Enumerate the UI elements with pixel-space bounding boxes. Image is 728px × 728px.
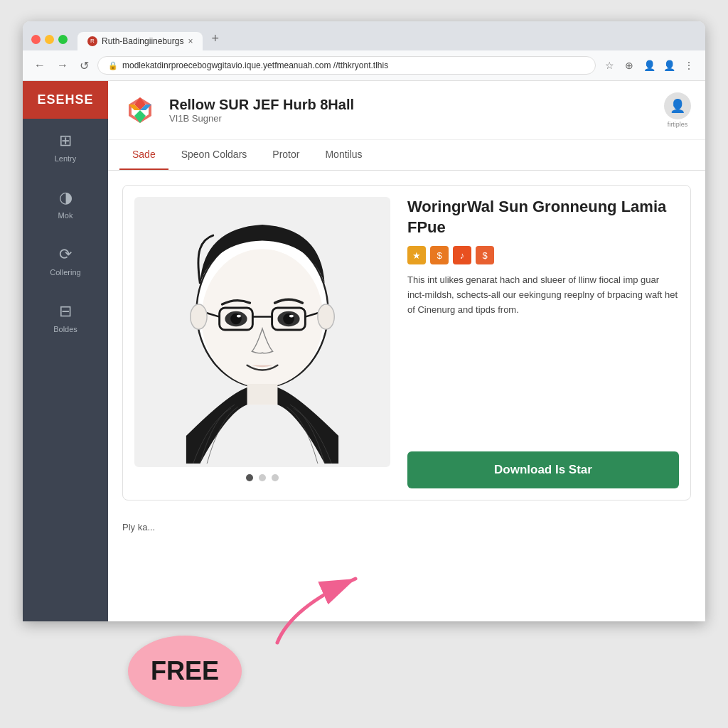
product-details: WoringrWal Sun Gronneung Lamia FPue ★ $ … [407,197,679,488]
product-rating: ★ $ ♪ $ [407,246,679,264]
tab-close-icon[interactable]: × [188,36,193,46]
tab-montilus[interactable]: Montilus [312,140,375,170]
svg-point-20 [191,304,207,329]
avatar-2[interactable]: 👤 [661,58,677,73]
mok-icon: ◑ [59,188,73,207]
new-tab-button[interactable]: + [205,28,225,49]
sidebar-item-lentry[interactable]: ⊞ Lentry [23,119,108,176]
app-info: Rellow SUR JEF Hurb 8Hall VI1B Sugner [169,97,354,124]
tabs-bar: Sade Speon Coldars Protor Montilus [108,140,705,171]
boldes-label: Boldes [53,325,77,333]
lentry-label: Lentry [55,154,77,163]
product-image [134,197,390,467]
sidebar-item-boldes[interactable]: ⊟ Boldes [23,289,108,346]
browser-window: R Ruth-Badingiineburgs × + ← → ↺ 🔒 modle… [23,21,705,621]
toolbar-icons: ☆ ⊕ 👤 👤 ⋮ [601,58,697,73]
product-image-container [134,197,390,488]
app-title: Rellow SUR JEF Hurb 8Hall [169,97,354,113]
account-label: firtiples [668,121,688,128]
badge-music: ♪ [453,246,471,264]
boldes-icon: ⊟ [59,302,72,321]
sidebar: ESEHSE ⊞ Lentry ◑ Mok ⟳ Collering ⊟ Bold… [23,81,108,621]
maximize-button[interactable] [58,35,68,44]
app-logo-svg [124,95,156,126]
sidebar-header: ESEHSE [23,81,108,119]
dot-3[interactable] [272,474,279,481]
app-header: Rellow SUR JEF Hurb 8Hall VI1B Sugner 👤 … [108,81,705,140]
mok-label: Mok [58,211,73,220]
sidebar-item-collering[interactable]: ⟳ Collering [23,232,108,289]
menu-icon[interactable]: ⋮ [681,58,697,73]
app-logo [122,92,158,128]
minimize-button[interactable] [45,35,54,44]
svg-point-16 [237,315,241,318]
title-bar: R Ruth-Badingiineburgs × + [23,21,705,50]
pink-arrow [263,564,377,650]
tab-favicon: R [87,36,97,46]
product-title: WoringrWal Sun Gronneung Lamia FPue [407,197,679,237]
tab-title: Ruth-Badingiineburgs [102,36,183,46]
badge-g: $ [476,246,494,264]
avatar-1[interactable]: 👤 [641,58,657,73]
window-controls [31,35,68,44]
close-button[interactable] [31,35,41,44]
address-text: modlekatdinrproecebogwgitavio.ique.yetfm… [122,60,388,70]
badge-dollar: $ [430,246,449,264]
active-tab[interactable]: R Ruth-Badingiineburgs × [77,32,203,50]
collering-label: Collering [50,268,80,277]
sidebar-item-mok[interactable]: ◑ Mok [23,176,108,232]
bookmark-icon[interactable]: ☆ [601,58,617,73]
app-subtitle: VI1B Sugner [169,113,354,124]
product-card: WoringrWal Sun Gronneung Lamia FPue ★ $ … [122,185,691,500]
address-input[interactable]: 🔒 modlekatdinrproecebogwgitavio.ique.yet… [97,56,596,75]
lock-icon: 🔒 [108,61,118,70]
tab-bar: R Ruth-Badingiineburgs × + [77,28,697,50]
dot-1[interactable] [246,474,253,481]
header-account[interactable]: 👤 firtiples [664,92,691,128]
portrait-svg [141,200,383,464]
dot-2[interactable] [259,474,266,481]
svg-rect-22 [247,384,278,405]
address-bar: ← → ↺ 🔒 modlekatdinrproecebogwgitavio.iq… [23,50,705,81]
browser-content: ESEHSE ⊞ Lentry ◑ Mok ⟳ Collering ⊟ Bold… [23,81,705,621]
content-section: WoringrWal Sun Gronneung Lamia FPue ★ $ … [108,171,705,515]
badge-star: ★ [407,246,426,264]
forward-button[interactable]: → [54,58,71,73]
free-text: FREE [151,656,219,686]
carousel-dots [134,467,390,488]
sidebar-logo: ESEHSE [37,92,93,107]
extensions-icon[interactable]: ⊕ [621,58,637,73]
download-button[interactable]: Download Is Star [407,451,679,488]
tab-sade[interactable]: Sade [119,140,168,170]
tab-protor[interactable]: Protor [259,140,312,170]
tab-speon-coldars[interactable]: Speon Coldars [168,140,260,170]
refresh-button[interactable]: ↺ [77,58,92,74]
lentry-icon: ⊞ [59,132,72,150]
free-bubble: FREE [128,636,242,707]
collering-icon: ⟳ [59,245,72,264]
product-description: This int ulikes genarat hach and slueer … [407,273,679,317]
svg-point-21 [318,304,334,329]
below-fold: Ply ka... [108,515,705,540]
main-panel: Rellow SUR JEF Hurb 8Hall VI1B Sugner 👤 … [108,81,705,621]
below-fold-text: Ply ka... [122,522,155,532]
account-icon: 👤 [664,92,691,119]
svg-point-19 [289,315,294,318]
back-button[interactable]: ← [31,58,48,73]
